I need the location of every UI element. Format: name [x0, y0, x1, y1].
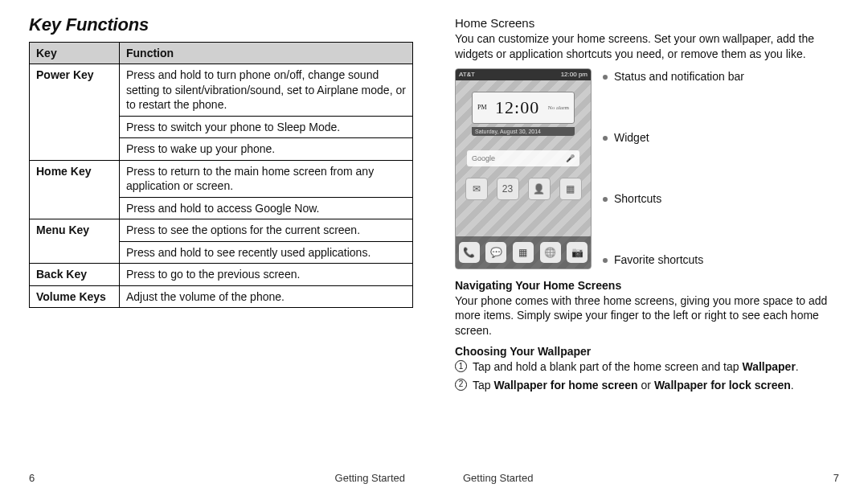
key-name: Power Key [30, 64, 120, 160]
fav-phone-icon: 📞 [459, 242, 480, 263]
status-bar: AT&T 12:00 pm [456, 69, 591, 80]
table-row: Power Key Press and hold to turn phone o… [30, 64, 413, 116]
key-functions-table: Key Function Power Key Press and hold to… [29, 42, 413, 308]
step-bold: Wallpaper for lock screen [654, 379, 791, 392]
key-desc: Press to go to the previous screen. [120, 264, 413, 285]
section-label: Getting Started [463, 472, 533, 484]
section-label: Getting Started [335, 472, 405, 484]
shortcut-contacts: 👤 [528, 178, 551, 200]
paragraph: You can customize your home screens. Set… [455, 31, 839, 62]
shortcut-apps: ▦ [559, 178, 582, 200]
heading-navigating: Navigating Your Home Screens [455, 279, 839, 292]
time-label: 12:00 [495, 97, 539, 118]
key-desc: Press to return to the main home screen … [120, 160, 413, 197]
step-text: or [638, 379, 654, 392]
page-6: Key Functions Key Function Power Key Pre… [0, 0, 434, 492]
key-name: Home Key [30, 160, 120, 219]
th-function: Function [120, 43, 413, 64]
step-text: . [796, 360, 799, 373]
step-2: 2 Tap Wallpaper for home screen or Wallp… [455, 378, 839, 393]
page-footer: Getting Started 7 [463, 472, 839, 484]
table-row: Volume Keys Adjust the volume of the pho… [30, 285, 413, 307]
key-name: Volume Keys [30, 285, 120, 307]
step-1: 1 Tap and hold a blank part of the home … [455, 359, 839, 375]
table-row: Home Key Press to return to the main hom… [30, 160, 413, 197]
callout-widget: Widget [603, 131, 839, 144]
ampm-label: PM [477, 104, 487, 111]
page-7: Home Screens You can customize your home… [434, 0, 868, 492]
heading-wallpaper: Choosing Your Wallpaper [455, 345, 839, 358]
step-text: . [791, 379, 794, 392]
callout-labels: Status and notification bar Widget Short… [603, 68, 839, 269]
key-desc: Press and hold to access Google Now. [120, 197, 413, 219]
favorite-row: 📞 💬 ▦ 🌐 📷 [456, 236, 591, 269]
step-bold: Wallpaper [742, 360, 795, 373]
fav-browser-icon: 🌐 [540, 242, 561, 263]
carrier-label: AT&T [459, 71, 475, 78]
mic-icon: 🎤 [566, 154, 575, 162]
page-number: 7 [833, 472, 839, 484]
step-number-icon: 2 [455, 379, 467, 391]
shortcut-row: ✉ 23 👤 ▦ [461, 178, 586, 200]
two-page-spread: Key Functions Key Function Power Key Pre… [0, 0, 868, 492]
date-strip: Saturday, August 30, 2014 [472, 127, 575, 136]
step-text: Tap [473, 379, 493, 392]
step-number-icon: 1 [455, 360, 467, 372]
alarm-label: No alarm [548, 105, 569, 111]
key-desc: Press to switch your phone to Sleep Mode… [120, 116, 413, 137]
key-name: Back Key [30, 264, 120, 285]
step-bold: Wallpaper for home screen [493, 379, 637, 392]
callout-shortcuts: Shortcuts [603, 192, 839, 205]
key-desc: Press to wake up your phone. [120, 138, 413, 160]
status-clock: 12:00 pm [561, 71, 588, 78]
page-number: 6 [29, 472, 35, 484]
key-desc: Press and hold to see recently used appl… [120, 241, 413, 263]
key-desc: Press and hold to turn phone on/off, cha… [120, 64, 413, 116]
steps-list: 1 Tap and hold a blank part of the home … [455, 359, 839, 393]
paragraph: Your phone comes with three home screens… [455, 293, 839, 338]
fav-messaging-icon: 💬 [485, 242, 506, 263]
heading-home-screens: Home Screens [455, 16, 839, 30]
table-row: Back Key Press to go to the previous scr… [30, 264, 413, 285]
section-title: Key Functions [29, 14, 413, 35]
key-desc: Adjust the volume of the phone. [120, 285, 413, 307]
key-desc: Press to see the options for the current… [120, 219, 413, 241]
fav-camera-icon: 📷 [567, 242, 588, 263]
callout-favorites: Favorite shortcuts [603, 253, 839, 266]
page-footer: 6 Getting Started [29, 472, 405, 484]
phone-screenshot: AT&T 12:00 pm PM 12:00 No alarm Saturday… [455, 68, 592, 269]
search-label: Google [472, 154, 495, 162]
step-text: Tap and hold a blank part of the home sc… [473, 360, 742, 373]
callout-status-bar: Status and notification bar [603, 70, 839, 83]
shortcut-email: ✉ [465, 178, 488, 200]
clock-widget: PM 12:00 No alarm [472, 92, 575, 124]
th-key: Key [30, 43, 120, 64]
search-widget: Google 🎤 [467, 150, 579, 166]
table-row: Menu Key Press to see the options for th… [30, 219, 413, 241]
phone-illustration-block: AT&T 12:00 pm PM 12:00 No alarm Saturday… [455, 68, 839, 269]
shortcut-calendar: 23 [497, 178, 519, 200]
fav-apps-icon: ▦ [513, 242, 534, 263]
key-name: Menu Key [30, 219, 120, 264]
